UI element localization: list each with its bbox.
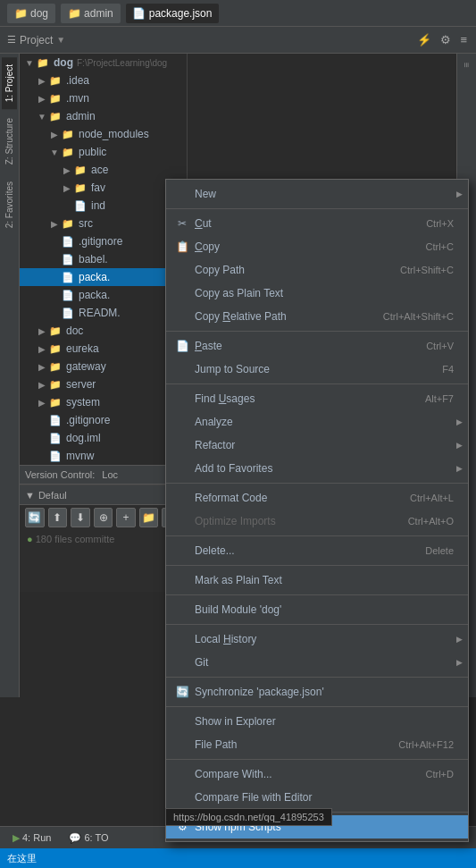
tree-item-mvnw[interactable]: ▶ 📄 mvnw — [20, 447, 187, 465]
menu-item-file-path[interactable]: File Path Ctrl+Alt+F12 — [166, 733, 468, 756]
menu-sep-11 — [166, 759, 468, 760]
vcs-add-btn[interactable]: + — [116, 508, 136, 527]
tree-item-ind[interactable]: ▶ 📄 ind — [20, 197, 187, 215]
tree-item-gateway[interactable]: ▶ 📁 gateway — [20, 358, 187, 375]
vcs-merge-btn[interactable]: ⊕ — [94, 508, 113, 527]
src-label: src — [79, 217, 93, 230]
dog-iml-file-icon: 📄 — [48, 431, 63, 445]
menu-item-mark-plain[interactable]: Mark as Plain Text — [166, 569, 468, 592]
compare-with-icon — [173, 765, 191, 783]
version-control-bar: Version Control: Loc — [20, 465, 187, 485]
tree-item-fav[interactable]: ▶ 📁 fav — [20, 179, 187, 197]
tree-item-dog-iml[interactable]: ▶ 📄 dog.iml — [20, 429, 187, 447]
menu-item-copy[interactable]: 📋 Copy Ctrl+C — [166, 235, 468, 258]
folder-icon-2: 📁 — [68, 7, 80, 20]
todo-label: 6: TO — [84, 832, 108, 843]
menu-item-copy-path[interactable]: Copy Path Ctrl+Shift+C — [166, 258, 468, 282]
left-side-tabs: 1: Project Z: Structure 2: Favorites — [0, 54, 20, 697]
menu-item-copy-relative-path[interactable]: Copy Relative Path Ctrl+Alt+Shift+C — [166, 305, 468, 328]
tab-package-json[interactable]: 📄 package.json — [126, 4, 220, 23]
server-label: server — [66, 378, 96, 391]
layout-icon[interactable]: ⚙ — [438, 31, 453, 48]
sidebar-tab-favorites[interactable]: 2: Favorites — [2, 174, 17, 235]
vcs-refresh-btn[interactable]: 🔄 — [25, 508, 45, 527]
project-dropdown[interactable]: Project ▼ — [20, 34, 412, 46]
vcs-folder-btn[interactable]: 📁 — [139, 508, 159, 527]
tree-item-package-json-2[interactable]: ▶ 📄 packa. — [20, 286, 187, 304]
menu-item-compare-editor[interactable]: Compare File with Editor — [166, 786, 468, 809]
tab-dog[interactable]: 📁 dog — [7, 4, 55, 23]
file-path-icon — [173, 736, 191, 754]
fav-folder-icon: 📁 — [73, 181, 88, 195]
fav-arrow: ▶ — [61, 183, 73, 193]
sidebar-tab-structure[interactable]: Z: Structure — [2, 111, 17, 172]
vcs-header: ▼ Defaul — [20, 485, 187, 505]
sidebar-tab-project[interactable]: 1: Project — [2, 57, 17, 109]
tree-item-gitignore-root[interactable]: ▶ 📄 .gitignore — [20, 411, 187, 429]
tree-item-mvn[interactable]: ▶ 📁 .mvn — [20, 89, 187, 107]
menu-item-new[interactable]: New — [166, 182, 468, 206]
public-arrow: ▼ — [48, 147, 61, 157]
paste-icon: 📄 — [173, 337, 191, 355]
menu-item-reformat[interactable]: Reformat Code Ctrl+Alt+L — [166, 486, 468, 510]
tree-item-node-modules[interactable]: ▶ 📁 node_modules — [20, 125, 187, 143]
favorites-icon — [173, 459, 191, 477]
vcs-toolbar: 🔄 ⬆ ⬇ ⊕ + 📁 ⋯ — [20, 505, 187, 530]
mark-plain-icon — [173, 571, 191, 589]
menu-item-delete[interactable]: Delete... Delete — [166, 539, 468, 562]
menu-item-local-history[interactable]: Local History — [166, 628, 468, 651]
tree-root[interactable]: ▼ 📁 dog F:\ProjectLearning\dog — [20, 54, 187, 72]
tree-item-babel[interactable]: ▶ 📄 babel. — [20, 250, 187, 268]
menu-item-show-explorer[interactable]: Show in Explorer — [166, 710, 468, 733]
tree-item-public[interactable]: ▼ 📁 public — [20, 143, 187, 161]
packa2-label: packa. — [79, 289, 110, 301]
src-folder-icon: 📁 — [61, 216, 75, 231]
menu-item-add-favorites[interactable]: Add to Favorites — [166, 457, 468, 480]
menu-sep-4 — [166, 483, 468, 484]
json-file-icon: 📄 — [133, 7, 146, 20]
readme-file-icon: 📄 — [61, 306, 75, 320]
menu-icon[interactable]: ≡ — [458, 31, 469, 48]
settings-icon[interactable]: ⚡ — [415, 31, 433, 48]
menu-item-find-usages[interactable]: Find Usages Alt+F7 — [166, 387, 468, 410]
ace-arrow: ▶ — [61, 165, 73, 175]
vcs-push-btn[interactable]: ⬆ — [48, 508, 68, 527]
menu-item-synchronize[interactable]: 🔄 Synchronize 'package.json' — [166, 680, 468, 704]
menu-item-paste[interactable]: 📄 Paste Ctrl+V — [166, 334, 468, 358]
menu-item-build-module[interactable]: Build Module 'dog' — [166, 598, 468, 621]
todo-button[interactable]: 💬 6: TO — [63, 830, 113, 846]
tree-item-readme[interactable]: ▶ 📄 READM. — [20, 304, 187, 322]
tree-item-idea[interactable]: ▶ 📁 .idea — [20, 72, 187, 89]
menu-item-compare-with[interactable]: Compare With... Ctrl+D — [166, 763, 468, 786]
new-icon — [173, 185, 191, 203]
menu-item-jump-source[interactable]: Jump to Source F4 — [166, 358, 468, 381]
tree-item-system[interactable]: ▶ 📁 system — [20, 393, 187, 411]
show-explorer-icon — [173, 712, 191, 730]
copy-plain-icon — [173, 284, 191, 302]
ind-label: ind — [91, 199, 105, 212]
tree-item-package-json-selected[interactable]: ▶ 📄 packa. — [20, 268, 187, 286]
copy-path-icon — [173, 261, 191, 279]
menu-item-copy-plain-text[interactable]: Copy as Plain Text — [166, 282, 468, 305]
node-modules-label: node_modules — [79, 128, 149, 140]
idea-label: .idea — [66, 74, 89, 87]
tree-item-ace[interactable]: ▶ 📁 ace — [20, 161, 187, 179]
right-btn-1[interactable]: ≡ — [460, 57, 473, 73]
tree-item-server[interactable]: ▶ 📁 server — [20, 375, 187, 393]
root-path: F:\ProjectLearning\dog — [77, 58, 167, 68]
tab-admin[interactable]: 📁 admin — [61, 4, 121, 23]
menu-item-cut[interactable]: ✂ Cut Ctrl+X — [166, 212, 468, 235]
eureka-label: eureka — [66, 342, 99, 355]
menu-item-analyze[interactable]: Analyze — [166, 410, 468, 434]
run-button[interactable]: ▶ 4: Run — [7, 830, 56, 846]
menu-item-refactor[interactable]: Refactor — [166, 434, 468, 457]
tree-item-gitignore[interactable]: ▶ 📄 .gitignore — [20, 232, 187, 250]
tree-item-doc[interactable]: ▶ 📁 doc — [20, 322, 187, 340]
vcs-header-label: Defaul — [38, 490, 67, 501]
tree-item-admin[interactable]: ▼ 📁 admin — [20, 107, 187, 125]
packa1-file-icon: 📄 — [61, 270, 75, 284]
menu-item-git[interactable]: Git — [166, 651, 468, 674]
tree-item-src[interactable]: ▶ 📁 src — [20, 215, 187, 232]
vcs-pull-btn[interactable]: ⬇ — [71, 508, 90, 527]
tree-item-eureka[interactable]: ▶ 📁 eureka — [20, 340, 187, 358]
